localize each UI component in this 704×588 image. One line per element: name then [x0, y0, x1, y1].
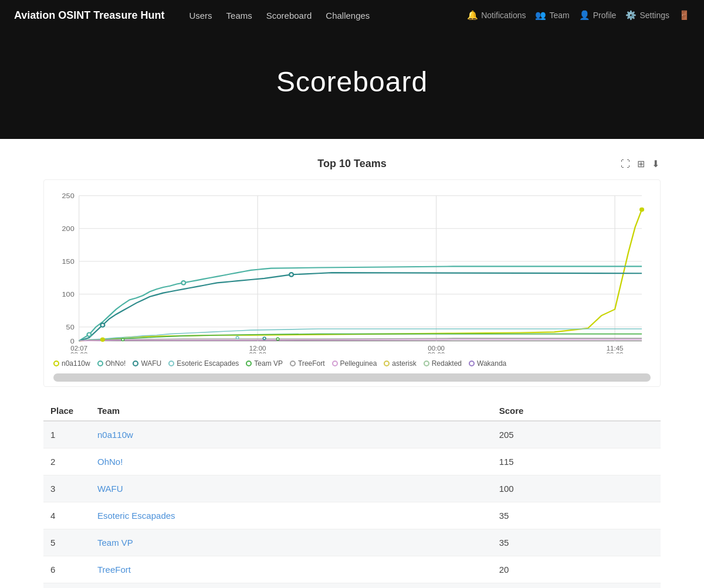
svg-text:0: 0 — [70, 337, 75, 345]
svg-text:02:07: 02:07 — [70, 345, 87, 352]
place-cell: 4 — [43, 502, 90, 529]
team-link[interactable]: WAFU — [97, 484, 123, 494]
main-content: Top 10 Teams ⛶ ⊞ ⬇ 250 200 150 100 — [29, 139, 675, 588]
svg-point-26 — [87, 332, 91, 336]
notifications-label: Notifications — [481, 11, 526, 20]
svg-point-32 — [263, 337, 266, 339]
legend-color-dot — [133, 361, 138, 366]
nav-users[interactable]: Users — [183, 7, 218, 24]
bell-icon: 🔔 — [467, 10, 478, 21]
svg-text:11:45: 11:45 — [607, 345, 624, 352]
col-place: Place — [43, 401, 90, 421]
team-cell: Team VP — [90, 529, 492, 556]
team-cell: Esoteric Escapades — [90, 502, 492, 529]
table-row: 6 TreeFort 20 — [43, 556, 661, 583]
nav-notifications[interactable]: 🔔 Notifications — [467, 10, 526, 21]
legend-item: Redakted — [424, 359, 462, 368]
legend-label: Redakted — [432, 359, 462, 368]
nav-logout[interactable]: 🚪 — [679, 10, 690, 21]
team-label: Team — [549, 11, 569, 20]
chart-scrollbar[interactable] — [53, 373, 651, 382]
nav-team[interactable]: 👥 Team — [535, 10, 569, 21]
legend-label: n0a110w — [62, 359, 90, 368]
settings-label: Settings — [639, 11, 669, 20]
navbar-right: 🔔 Notifications 👥 Team 👤 Profile ⚙️ Sett… — [467, 10, 690, 21]
legend-label: asterisk — [392, 359, 416, 368]
place-cell: 7 — [43, 583, 90, 589]
legend-color-dot — [246, 361, 252, 366]
svg-point-33 — [276, 338, 279, 340]
nav-settings[interactable]: ⚙️ Settings — [625, 10, 669, 21]
legend-item: Esoteric Escapades — [168, 359, 239, 368]
svg-point-24 — [100, 338, 104, 341]
place-cell: 2 — [43, 448, 90, 475]
scoreboard-chart: 250 200 150 100 50 0 02:07 08-08 12:00 0… — [49, 189, 655, 354]
profile-label: Profile — [593, 11, 617, 20]
chart-download-icon[interactable]: ⬇ — [651, 157, 661, 171]
svg-text:100: 100 — [62, 290, 75, 298]
table-body: 1 n0a110w 205 2 OhNo! 115 3 WAFU 100 4 E… — [43, 421, 661, 588]
col-team: Team — [90, 401, 492, 421]
navbar: Aviation OSINT Treasure Hunt Users Teams… — [0, 0, 704, 30]
legend-label: Pelleguinea — [340, 359, 377, 368]
team-link[interactable]: TreeFort — [97, 565, 131, 575]
profile-icon: 👤 — [579, 10, 590, 21]
nav-teams[interactable]: Teams — [221, 7, 258, 24]
score-cell: 100 — [492, 475, 661, 502]
team-cell: WAFU — [90, 475, 492, 502]
score-cell: 15 — [492, 583, 661, 589]
score-cell: 205 — [492, 421, 661, 448]
svg-point-30 — [121, 338, 124, 341]
nav-links: Users Teams Scoreboard Challenges — [183, 7, 467, 24]
nav-scoreboard[interactable]: Scoreboard — [260, 7, 318, 24]
team-link[interactable]: Esoteric Escapades — [97, 511, 175, 521]
chart-expand-icon[interactable]: ⛶ — [620, 157, 631, 171]
legend-color-dot — [424, 361, 429, 366]
legend-label: WAFU — [141, 359, 161, 368]
score-cell: 20 — [492, 556, 661, 583]
table-row: 5 Team VP 35 — [43, 529, 661, 556]
svg-text:08-09: 08-09 — [606, 352, 623, 354]
team-link[interactable]: n0a110w — [97, 430, 133, 440]
legend-color-dot — [469, 361, 475, 366]
chart-title: Top 10 Teams — [317, 158, 386, 170]
svg-text:200: 200 — [62, 225, 75, 233]
legend-item: OhNo! — [97, 359, 126, 368]
svg-text:08-08: 08-08 — [249, 352, 266, 354]
logout-icon: 🚪 — [679, 10, 690, 21]
place-cell: 1 — [43, 421, 90, 448]
svg-text:08-08: 08-08 — [70, 352, 87, 354]
team-link[interactable]: Team VP — [97, 538, 133, 548]
chart-header: Top 10 Teams ⛶ ⊞ ⬇ — [43, 158, 661, 170]
chart-resize-icon[interactable]: ⊞ — [636, 157, 646, 171]
place-cell: 5 — [43, 529, 90, 556]
legend-item: n0a110w — [53, 359, 90, 368]
chart-container: 250 200 150 100 50 0 02:07 08-08 12:00 0… — [43, 179, 661, 387]
table-row: 4 Esoteric Escapades 35 — [43, 502, 661, 529]
legend-color-dot — [53, 361, 59, 366]
nav-challenges[interactable]: Challenges — [320, 7, 375, 24]
legend-color-dot — [384, 361, 390, 366]
legend-label: TreeFort — [298, 359, 325, 368]
table-row: 2 OhNo! 115 — [43, 448, 661, 475]
page-title: Scoreboard — [14, 66, 690, 98]
hero-section: Scoreboard — [0, 30, 704, 139]
settings-icon: ⚙️ — [625, 10, 637, 21]
chart-controls: ⛶ ⊞ ⬇ — [620, 157, 661, 171]
legend-color-dot — [97, 361, 103, 366]
team-link[interactable]: OhNo! — [97, 457, 123, 467]
app-brand[interactable]: Aviation OSINT Treasure Hunt — [14, 9, 164, 22]
legend-item: WAFU — [133, 359, 161, 368]
svg-text:250: 250 — [62, 192, 75, 200]
col-score: Score — [492, 401, 661, 421]
score-cell: 115 — [492, 448, 661, 475]
table-row: 7 Pelleguinea 15 — [43, 583, 661, 589]
nav-profile[interactable]: 👤 Profile — [579, 10, 617, 21]
team-cell: TreeFort — [90, 556, 492, 583]
place-cell: 3 — [43, 475, 90, 502]
svg-point-27 — [181, 281, 185, 284]
svg-text:150: 150 — [62, 257, 75, 266]
team-cell: OhNo! — [90, 448, 492, 475]
table-header: Place Team Score — [43, 401, 661, 421]
svg-point-25 — [640, 208, 644, 211]
